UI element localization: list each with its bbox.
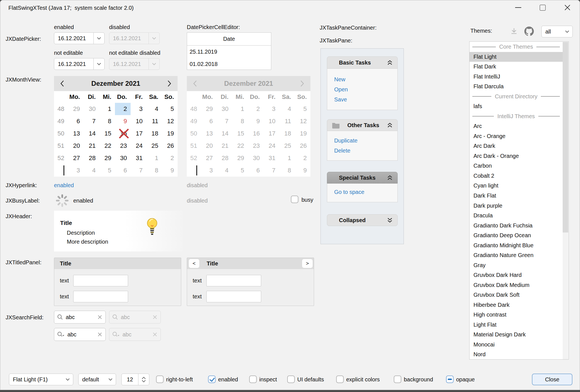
- calendar-day[interactable]: 2: [162, 152, 178, 164]
- calendar-day[interactable]: 16: [115, 127, 131, 140]
- calendar-day[interactable]: 29: [232, 152, 248, 164]
- calendar-day[interactable]: 2: [295, 152, 310, 164]
- calendar-day[interactable]: 14: [84, 127, 99, 140]
- calendar-day[interactable]: 22: [232, 140, 248, 152]
- theme-item[interactable]: Monocai: [470, 340, 563, 350]
- calendar-day[interactable]: 23: [115, 140, 131, 152]
- calendar-day[interactable]: 1: [146, 152, 162, 164]
- calendar-day[interactable]: 22: [99, 140, 115, 152]
- calendar-day[interactable]: 3: [131, 103, 146, 115]
- next-month-button[interactable]: [161, 76, 178, 91]
- minimize-button[interactable]: [509, 1, 527, 15]
- maximize-button[interactable]: [534, 1, 551, 15]
- task-link-go-to-space[interactable]: Go to space: [334, 187, 397, 197]
- theme-item[interactable]: Dark Flat: [470, 191, 563, 201]
- calendar-day[interactable]: 28: [84, 152, 99, 164]
- calendar-day[interactable]: 14: [216, 127, 232, 140]
- lookandfeel-combo[interactable]: Flat Light (F1): [9, 374, 73, 385]
- calendar-day[interactable]: 27: [68, 152, 84, 164]
- theme-item[interactable]: Carbon: [470, 161, 563, 171]
- calendar-day[interactable]: 9: [115, 115, 131, 127]
- calendar-day[interactable]: 19: [295, 127, 310, 140]
- calendar-day[interactable]: 29: [99, 152, 115, 164]
- chevron-down-icon[interactable]: [93, 33, 104, 44]
- calendar-day[interactable]: 8: [279, 164, 295, 177]
- enabled-checkbox[interactable]: [208, 376, 216, 383]
- theme-item[interactable]: Hiberbee Dark: [470, 300, 563, 310]
- calendar-day[interactable]: 5: [295, 103, 310, 115]
- theme-item[interactable]: Nord: [470, 350, 563, 360]
- task-link-new[interactable]: New: [334, 74, 397, 84]
- text-input[interactable]: [73, 275, 128, 286]
- task-link-open[interactable]: Open: [334, 84, 397, 94]
- ui-defaults-checkbox[interactable]: [287, 376, 295, 383]
- calendar-day[interactable]: 9: [295, 164, 310, 177]
- calendar-day[interactable]: 1: [99, 103, 115, 115]
- theme-item[interactable]: Material Design Dark: [470, 330, 563, 340]
- panel-prev-button[interactable]: <: [188, 259, 200, 268]
- font-combo[interactable]: default: [78, 374, 116, 385]
- theme-item[interactable]: Cobalt 2: [470, 171, 563, 181]
- task-link-duplicate[interactable]: Duplicate: [334, 136, 397, 146]
- calendar-day[interactable]: 30: [115, 152, 131, 164]
- calendar-day[interactable]: 5: [99, 164, 115, 177]
- calendar-day[interactable]: 31: [263, 152, 279, 164]
- calendar-day[interactable]: 30: [84, 103, 99, 115]
- theme-item[interactable]: Flat Light: [470, 52, 563, 62]
- task-link-save[interactable]: Save: [334, 94, 397, 104]
- calendar-day[interactable]: 13: [201, 127, 216, 140]
- prev-month-button[interactable]: [54, 76, 70, 91]
- calendar-day[interactable]: 21: [84, 140, 99, 152]
- github-icon[interactable]: [524, 27, 534, 36]
- background-checkbox[interactable]: [394, 376, 401, 383]
- theme-item[interactable]: lafs: [470, 101, 563, 111]
- calendar-day[interactable]: 2: [115, 103, 131, 115]
- taskpane-header[interactable]: Basic Tasks: [327, 56, 398, 69]
- close-window-button[interactable]: [558, 1, 576, 15]
- theme-item[interactable]: Arc: [470, 121, 563, 131]
- panel-next-button[interactable]: >: [302, 259, 313, 268]
- calendar-day[interactable]: 6: [68, 115, 84, 127]
- double-chevron-up-icon[interactable]: [387, 60, 393, 65]
- busy-checkbox[interactable]: [291, 196, 298, 203]
- calendar-day[interactable]: 20: [201, 140, 216, 152]
- calendar-day[interactable]: 2: [248, 103, 263, 115]
- calendar-day[interactable]: 28: [216, 152, 232, 164]
- calendar-day[interactable]: 15: [99, 127, 115, 140]
- calendar-day[interactable]: 24: [263, 140, 279, 152]
- calendar-day[interactable]: 12: [295, 115, 310, 127]
- calendar-day[interactable]: 4: [84, 164, 99, 177]
- inspect-checkbox[interactable]: [249, 376, 257, 383]
- calendar-day[interactable]: 4: [279, 103, 295, 115]
- calendar-day[interactable]: 4: [216, 164, 232, 177]
- calendar-day[interactable]: 6: [248, 164, 263, 177]
- calendar-day[interactable]: 3: [263, 103, 279, 115]
- calendar-day[interactable]: 26: [162, 140, 178, 152]
- theme-item[interactable]: Gradianto Nature Green: [470, 250, 563, 260]
- task-link-delete[interactable]: Delete: [334, 146, 397, 156]
- double-chevron-up-icon[interactable]: [387, 175, 393, 180]
- calendar-day[interactable]: 13: [68, 127, 84, 140]
- calendar-day[interactable]: 6: [115, 164, 131, 177]
- download-icon[interactable]: [510, 27, 518, 35]
- text-input[interactable]: [206, 275, 261, 286]
- calendar-day[interactable]: 5: [162, 103, 178, 115]
- clear-x-icon[interactable]: [98, 332, 102, 337]
- theme-item[interactable]: High contrast: [470, 310, 563, 320]
- taskpane-header[interactable]: Other Tasks: [327, 119, 398, 131]
- text-input[interactable]: [206, 291, 261, 302]
- calendar-day[interactable]: 26: [295, 140, 310, 152]
- spinner-buttons[interactable]: [138, 374, 149, 385]
- taskpane-header[interactable]: Collapsed: [327, 214, 398, 226]
- theme-item[interactable]: Flat Dark: [470, 62, 563, 72]
- taskpane-header[interactable]: Special Tasks: [327, 172, 398, 184]
- calendar-day[interactable]: 23: [248, 140, 263, 152]
- calendar-day[interactable]: 1: [279, 152, 295, 164]
- calendar-day[interactable]: 24: [131, 140, 146, 152]
- theme-item[interactable]: Gradianto Midnight Blue: [470, 241, 563, 251]
- close-button[interactable]: Close: [532, 374, 572, 385]
- double-chevron-down-icon[interactable]: [387, 217, 393, 223]
- calendar-day[interactable]: 31: [131, 152, 146, 164]
- calendar-day[interactable]: 8: [146, 164, 162, 177]
- calendar-day[interactable]: 25: [146, 140, 162, 152]
